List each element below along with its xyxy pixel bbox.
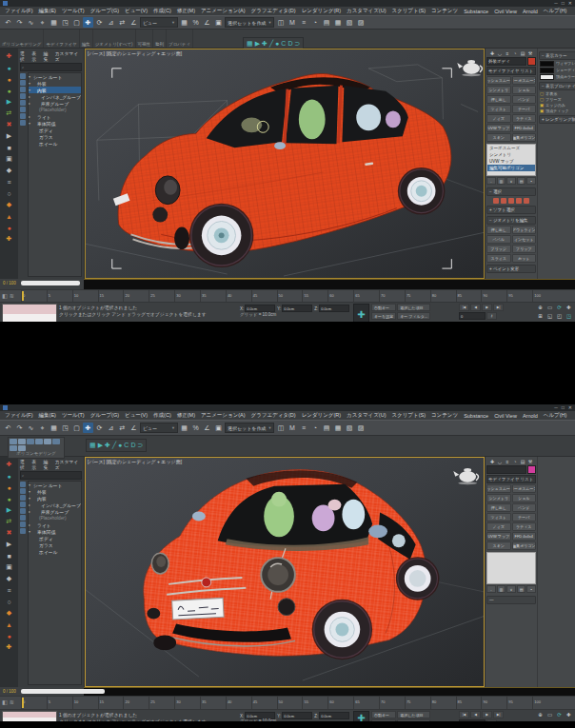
modifier-button[interactable]: ベンド bbox=[512, 503, 537, 512]
strip-icon[interactable]: ✚ bbox=[4, 641, 15, 653]
viewport-nav-button[interactable]: ◱ bbox=[545, 312, 554, 320]
menu-item[interactable]: Substance bbox=[464, 413, 488, 419]
menu-item[interactable]: カスタマイズ(U) bbox=[347, 8, 386, 14]
expand-icon[interactable]: ▾ bbox=[29, 482, 30, 487]
floating-toolbar-icon[interactable]: ╱ bbox=[269, 40, 273, 48]
toolbar-icon[interactable]: ▣ bbox=[213, 423, 224, 433]
command-panel-tab[interactable]: ▤ bbox=[520, 49, 526, 56]
toolbar-icon[interactable]: % bbox=[190, 423, 201, 433]
toolbar-icon[interactable]: ∿ bbox=[26, 423, 36, 433]
color-swatch[interactable] bbox=[540, 74, 554, 80]
car-model[interactable] bbox=[144, 470, 440, 660]
strip-icon[interactable]: ▲ bbox=[4, 210, 15, 222]
menu-item[interactable]: グラフエディタ(D) bbox=[251, 412, 296, 419]
menu-item[interactable]: コンテンツ bbox=[431, 8, 458, 14]
toolbar-icon[interactable]: ≡ bbox=[298, 17, 308, 28]
edit-geometry-button[interactable]: 押し出し bbox=[486, 226, 511, 234]
checkbox-icon[interactable]: ▣ bbox=[540, 103, 544, 108]
ribbon-button[interactable] bbox=[46, 30, 53, 36]
menu-item[interactable]: ヘルプ(H) bbox=[544, 412, 567, 419]
toolbar-icon[interactable]: ▦ bbox=[179, 17, 189, 28]
modifier-list-dropdown[interactable]: モディファイヤ リスト bbox=[486, 475, 536, 483]
modifier-button[interactable]: FFD 4x4x4 bbox=[512, 532, 537, 541]
toolbar-icon[interactable]: ▦ bbox=[332, 423, 343, 433]
playback-button[interactable]: |◀ bbox=[459, 711, 469, 718]
floating-toolbar-icon[interactable]: ● bbox=[275, 40, 279, 48]
modifier-button[interactable]: ノイズ bbox=[486, 522, 511, 531]
tree-row[interactable]: ボディ bbox=[29, 535, 81, 541]
viewport-nav-button[interactable]: ◳ bbox=[565, 312, 573, 320]
toolbar-icon[interactable]: M bbox=[287, 423, 297, 433]
key-control-button[interactable]: 自動キー bbox=[371, 711, 396, 718]
menu-item[interactable]: ビュー(V) bbox=[125, 412, 148, 419]
viewport-label[interactable]: [パース] [既定のシェーディング + エッジ面] bbox=[88, 50, 182, 56]
menu-item[interactable]: レンダリング(R) bbox=[302, 8, 341, 14]
stack-tool-button[interactable]: ∨ bbox=[506, 585, 516, 593]
toolbar-icon[interactable]: ∠ bbox=[202, 423, 212, 433]
menu-item[interactable]: 編集(E) bbox=[39, 8, 56, 14]
reference-coordinate-dropdown[interactable]: ビュー▼ bbox=[140, 423, 178, 433]
toolbar-icon[interactable]: ▢ bbox=[71, 423, 82, 433]
modifier-button[interactable]: UVW マップ bbox=[486, 532, 511, 541]
strip-icon[interactable]: ✚ bbox=[4, 233, 15, 245]
key-control-button[interactable]: 選択した項目 bbox=[397, 304, 430, 311]
rollout-paint-deform[interactable]: + ペイント変形 bbox=[486, 265, 536, 273]
floating-toolbar-icon[interactable]: ⊃ bbox=[137, 442, 143, 449]
ribbon-button[interactable] bbox=[27, 439, 34, 444]
strip-icon[interactable]: ○ bbox=[4, 187, 15, 199]
menu-item[interactable]: Arnold bbox=[523, 9, 538, 14]
menu-item[interactable]: 作成(C) bbox=[153, 412, 171, 419]
wirecolor-swatch[interactable] bbox=[527, 57, 536, 66]
named-selection-set-dropdown[interactable]: 選択セットを作成▼ bbox=[225, 423, 274, 433]
floating-toolbar-icon[interactable]: C bbox=[281, 40, 286, 48]
toolbar-icon[interactable]: ◫ bbox=[275, 17, 286, 28]
modifier-button[interactable]: ツイスト bbox=[486, 513, 511, 521]
expand-icon[interactable]: ▾ bbox=[29, 88, 30, 92]
viewport-nav-button[interactable]: ✚ bbox=[565, 711, 573, 718]
toolbar-icon[interactable]: ⟳ bbox=[94, 423, 105, 433]
time-cursor[interactable] bbox=[22, 698, 24, 708]
window-control-button[interactable]: □ bbox=[562, 1, 565, 6]
strip-icon[interactable]: ✖ bbox=[4, 119, 15, 130]
strip-icon[interactable]: ◆ bbox=[4, 165, 15, 176]
strip-icon[interactable]: ▶ bbox=[4, 504, 15, 516]
strip-icon[interactable]: ○ bbox=[4, 596, 15, 607]
strip-icon[interactable]: ▣ bbox=[4, 561, 15, 573]
floating-toolbar-icon[interactable]: ╱ bbox=[112, 442, 116, 449]
tree-row[interactable]: ガラス bbox=[29, 541, 81, 548]
viewport-nav-button[interactable]: ✚ bbox=[565, 304, 573, 311]
viewport-nav-button[interactable]: ⊞ bbox=[536, 312, 545, 320]
expand-icon[interactable]: ▾ bbox=[29, 489, 30, 494]
strip-icon[interactable]: ■ bbox=[4, 142, 15, 153]
toolbar-icon[interactable]: ▦ bbox=[49, 423, 59, 433]
menu-item[interactable]: 編集(E) bbox=[39, 412, 56, 419]
menu-item[interactable]: グラフエディタ(D) bbox=[251, 8, 296, 14]
strip-icon[interactable]: ● bbox=[4, 630, 15, 641]
toolbar-icon[interactable]: ∠ bbox=[202, 17, 212, 28]
rollout-display-properties[interactable]: − 表示プロパティ bbox=[539, 82, 575, 90]
edit-geometry-button[interactable]: カット bbox=[512, 254, 537, 263]
strip-icon[interactable]: ⇄ bbox=[4, 516, 15, 527]
toolbar-icon[interactable]: ↷ bbox=[14, 17, 25, 28]
strip-icon[interactable]: ● bbox=[4, 222, 15, 233]
strip-icon[interactable]: ◆ bbox=[4, 607, 15, 619]
menu-item[interactable]: Civil View bbox=[494, 9, 517, 14]
coordinate-input[interactable]: 0.0cm bbox=[245, 305, 275, 312]
strip-icon[interactable]: ◆ bbox=[4, 573, 15, 584]
explorer-menu-item[interactable]: 表示 bbox=[31, 459, 40, 470]
ribbon-panel-label[interactable]: プロパティ bbox=[169, 42, 190, 48]
time-slider-value[interactable]: 0 / 100 bbox=[3, 281, 16, 285]
strip-icon[interactable]: ● bbox=[4, 493, 15, 504]
menu-item[interactable]: コンテンツ bbox=[431, 412, 458, 419]
rollout-edit-geometry[interactable]: − ジオメトリを編集 bbox=[486, 216, 536, 225]
toolbar-icon[interactable]: ▣ bbox=[213, 17, 224, 28]
expand-icon[interactable]: ▾ bbox=[29, 81, 30, 86]
menu-item[interactable]: ツール(T) bbox=[62, 412, 85, 419]
tree-row[interactable]: ▾シーン ルート bbox=[29, 482, 81, 488]
toolbar-icon[interactable]: ◳ bbox=[60, 17, 70, 28]
maxscript-mini-listener[interactable] bbox=[2, 711, 57, 721]
tree-row[interactable]: (Placeholder) bbox=[29, 515, 81, 521]
ribbon-button[interactable] bbox=[10, 439, 17, 444]
ribbon-button[interactable] bbox=[138, 30, 146, 36]
menu-item[interactable]: アニメーション(A) bbox=[201, 8, 246, 14]
